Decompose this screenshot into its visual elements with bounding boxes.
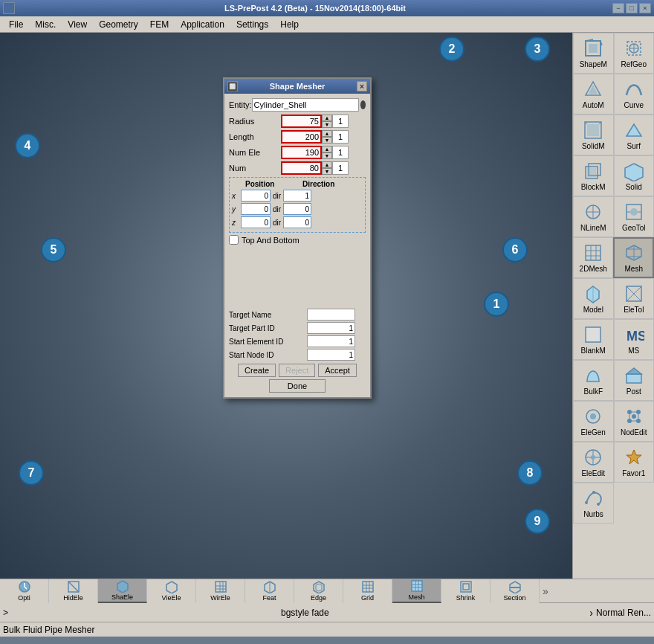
toolbar-nlineM[interactable]: NLineM [573,196,614,237]
length-input[interactable] [281,130,322,144]
toolbar-solid[interactable]: Solid [614,155,655,196]
toolbar-bulkF[interactable]: BulkF [573,360,614,401]
start-node-id-input[interactable] [307,349,355,361]
post-icon [624,365,644,386]
numele-label: Num Ele [229,148,281,157]
num-down[interactable]: ▼ [322,168,332,175]
menu-help[interactable]: Help [274,18,305,31]
length-spin-val[interactable] [332,130,349,144]
command-input[interactable] [281,608,586,618]
maximize-button[interactable]: □ [626,3,638,13]
toolbar-blankM[interactable]: BlankM [573,319,614,360]
bottom-opti-label: Opti [18,594,30,602]
menu-settings[interactable]: Settings [230,18,274,31]
toolbar-nodEdit[interactable]: NodEdit [614,401,655,442]
toolbar-row-12: Nurbs [573,483,654,524]
bottom-feat[interactable]: Feat [245,579,294,603]
toolbar-eleGen[interactable]: EleGen [573,401,614,442]
menu-misc[interactable]: Misc. [29,18,62,31]
bottom-mesh[interactable]: Mesh [392,579,441,603]
x-direction-input[interactable] [283,190,311,202]
svg-marker-9 [589,85,598,94]
accept-button[interactable]: Accept [318,364,357,377]
reject-button[interactable]: Reject [279,364,315,377]
radius-input[interactable] [281,115,322,128]
length-up[interactable]: ▲ [322,130,332,137]
toolbar-nurbs[interactable]: Nurbs [573,483,614,524]
x-pos-dir-row: x dir [232,190,363,202]
toolbar-blockM[interactable]: BlockM [573,155,614,196]
bottom-shaEle[interactable]: ShaEle [98,579,147,603]
num-spin-val[interactable] [332,161,349,175]
radius-up[interactable]: ▲ [322,115,332,121]
y-direction-input[interactable] [283,203,311,215]
x-position-input[interactable] [241,190,271,202]
target-name-input[interactable] [307,309,355,321]
menu-geometry[interactable]: Geometry [93,18,144,31]
length-spinner[interactable]: ▲ ▼ [322,130,332,144]
num-spinner[interactable]: ▲ ▼ [322,161,332,175]
target-part-id-row: Target Part ID [229,322,366,334]
length-down[interactable]: ▼ [322,137,332,144]
dialog-close-button[interactable]: × [357,81,367,91]
dialog-titlebar[interactable]: 🔲 Shape Mesher × [224,79,370,94]
minimize-button[interactable]: − [612,3,624,13]
annotation-9: 9 [525,509,550,534]
close-button[interactable]: × [639,3,651,13]
toolbar-surf[interactable]: Surf [614,115,655,155]
start-element-id-input[interactable] [307,335,355,347]
svg-point-62 [597,503,600,506]
svg-marker-43 [627,368,641,374]
toolbar-curve[interactable]: Curve [614,74,655,115]
window-controls[interactable]: − □ × [612,3,651,13]
toolbar-eleTol[interactable]: EleTol [614,278,655,319]
toolbar-post[interactable]: Post [614,360,655,401]
numele-input[interactable] [281,146,322,159]
canvas-area[interactable]: 1 2 3 4 5 6 7 8 9 🔲 Shape Mesher [0,33,572,579]
numele-spin-val[interactable] [332,146,349,159]
done-button[interactable]: Done [269,379,326,393]
radius-spinner[interactable]: ▲ ▼ [322,115,332,128]
shaele-icon [116,579,129,593]
radius-down[interactable]: ▼ [322,121,332,128]
bottom-wirEle[interactable]: WirEle [196,579,245,603]
bottom-vieEle[interactable]: VieEle [147,579,196,603]
numele-spinner[interactable]: ▲ ▼ [322,146,332,159]
menu-file[interactable]: File [3,18,29,31]
toolbar-geoTol[interactable]: GeoTol [614,196,655,237]
toolbar-refGeo[interactable]: RefGeo [614,33,655,74]
menu-application[interactable]: Application [175,18,230,31]
numele-down[interactable]: ▼ [322,152,332,159]
toolbar-eleEdit[interactable]: EleEdit [573,442,614,483]
toolbar-2dMesh[interactable]: 2DMesh [573,237,613,278]
bottom-shrink[interactable]: Shrink [441,579,490,603]
radius-spin-val[interactable] [332,115,349,128]
bottom-opti[interactable]: Opti [0,579,49,603]
bottom-hidEle[interactable]: HidEle [49,579,98,603]
num-input[interactable] [281,161,322,175]
z-direction-input[interactable] [283,216,311,228]
menu-view[interactable]: View [62,18,93,31]
toolbar-model[interactable]: Model [573,278,614,319]
z-position-input[interactable] [241,216,271,228]
create-button[interactable]: Create [238,364,276,377]
entity-input[interactable] [252,98,359,112]
toolbar-geoTol-label: GeoTol [622,224,646,232]
bottom-edge[interactable]: Edge [294,579,343,603]
toolbar-autoM[interactable]: AutoM [573,74,614,115]
toolbar-mesh[interactable]: Mesh [613,237,654,278]
bottom-grid[interactable]: Grid [343,579,392,603]
top-bottom-checkbox[interactable] [229,235,239,245]
toolbar-solidM[interactable]: SolidM [573,115,614,155]
toolbar-favor1[interactable]: Favor1 [614,442,655,483]
num-up[interactable]: ▲ [322,161,332,168]
toolbar-ms[interactable]: MS MS [614,319,655,360]
bottom-section[interactable]: Section [490,579,540,603]
menu-fem[interactable]: FEM [144,18,175,31]
numele-up[interactable]: ▲ [322,146,332,152]
toolbar-bulkF-label: BulkF [583,387,603,396]
target-part-id-input[interactable] [307,322,355,334]
y-position-input[interactable] [241,203,271,215]
more-button[interactable]: » [540,579,551,603]
toolbar-shapeM[interactable]: ShapeM [573,33,614,74]
